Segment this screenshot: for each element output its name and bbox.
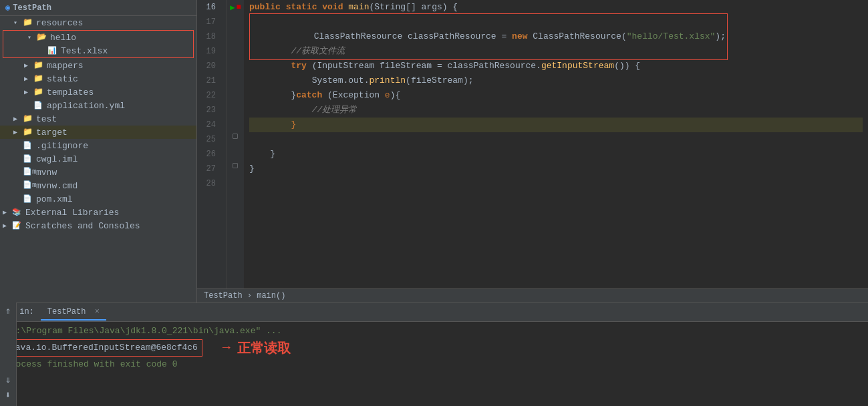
xlsx-icon	[47, 45, 58, 56]
tab-label: in:	[19, 307, 34, 317]
close-tab-icon[interactable]: ×	[95, 307, 100, 317]
tree-item-templates[interactable]: ▶ templates	[0, 85, 196, 99]
scroll-up-icon[interactable]: ⇑	[5, 305, 11, 317]
tree-item-test[interactable]: ▶ test	[0, 112, 196, 126]
console-line-1: "C:\Program Files\Java\jdk1.8.0_221\bin\…	[5, 325, 863, 338]
line-num: 26	[197, 147, 221, 162]
tree-label: mvnw	[36, 168, 57, 178]
expand-arrow: ▶	[3, 222, 12, 230]
expand-arrow: ▾	[13, 19, 23, 27]
line-num: 24	[197, 118, 221, 132]
folder-icon	[33, 73, 44, 84]
tab-label: TestPath	[47, 307, 86, 317]
project-header: ◉ TestPath	[0, 0, 196, 16]
tree-label: hello	[50, 33, 76, 43]
tree-item-mvnw[interactable]: m mvnw	[0, 166, 196, 179]
code-text[interactable]: public static void main(String[] args) {…	[244, 0, 868, 288]
line-num: 17	[197, 15, 221, 29]
editor-gutter[interactable]: ▶ ■	[227, 0, 244, 288]
stop-button[interactable]: ■	[237, 3, 241, 12]
scroll-down-icon[interactable]: ⇓	[5, 374, 11, 385]
code-line-25	[249, 132, 863, 147]
tab-in[interactable]: in:	[13, 304, 41, 321]
code-view[interactable]: 16 17 18 19 20 21 22 23 24 25 26 27 28 ▶…	[197, 0, 868, 288]
breadcrumb: TestPath › main()	[197, 288, 868, 302]
ext-icon	[12, 207, 23, 218]
expand-arrow: ▶	[13, 115, 23, 123]
tree-label: .gitignore	[36, 141, 88, 151]
line-num: 23	[197, 103, 221, 118]
project-icon: ◉	[5, 3, 10, 13]
line-num: 25	[197, 132, 221, 147]
tab-testpath[interactable]: TestPath ×	[41, 304, 106, 321]
tree-item-mappers[interactable]: ▶ mappers	[0, 59, 196, 72]
tree-item-application-yml[interactable]: application.yml	[0, 99, 196, 112]
line-num: 20	[197, 59, 221, 73]
tree-label: External Libraries	[25, 208, 119, 218]
expand-arrow: ▶	[24, 88, 33, 96]
line-num: 18	[197, 29, 221, 44]
folder-open-icon	[37, 32, 47, 43]
code-line-24: }	[249, 118, 863, 132]
line-num: 19	[197, 44, 221, 59]
mvnw-icon: m	[23, 167, 33, 178]
tree-item-static[interactable]: ▶ static	[0, 72, 196, 85]
line-num: 16	[197, 0, 221, 15]
tree-label: templates	[47, 87, 94, 97]
tree-label: resources	[36, 18, 83, 28]
code-line-20: try (InputStream fileStream = classPathR…	[249, 59, 863, 73]
console-path-text: "C:\Program Files\Java\jdk1.8.0_221\bin\…	[5, 326, 281, 336]
file-tree[interactable]: ◉ TestPath ▾ resources ▾ hello Test.xlsx	[0, 0, 197, 302]
target-folder-icon	[23, 127, 33, 138]
code-editor: 16 17 18 19 20 21 22 23 24 25 26 27 28 ▶…	[197, 0, 868, 302]
tree-item-test-xlsx[interactable]: Test.xlsx	[3, 44, 193, 57]
left-panel-icons: ⇑ ⇓ ⬇	[0, 302, 17, 406]
expand-arrow: ▾	[27, 33, 37, 41]
right-arrow-icon: →	[223, 341, 231, 355]
bottom-panel: ▶ in: TestPath × "C:\Program Files\Java\…	[0, 302, 868, 406]
tree-label: pom.xml	[36, 194, 73, 204]
folder-icon	[23, 114, 33, 124]
tree-label: application.yml	[47, 101, 125, 111]
export-icon[interactable]: ⬇	[5, 389, 11, 401]
folder-icon	[33, 87, 44, 97]
code-line-21: System.out.println(fileStream);	[249, 73, 863, 88]
tree-label: cwgl.iml	[36, 154, 78, 164]
code-line-18: ClassPathResource classPathResource = ne…	[249, 29, 863, 44]
success-annotation: → 正常读取	[216, 341, 291, 355]
line-num: 21	[197, 73, 221, 88]
tree-item-cwgl-iml[interactable]: cwgl.iml	[0, 152, 196, 166]
expand-arrow: ▶	[3, 208, 12, 216]
tree-item-external-libraries[interactable]: ▶ External Libraries	[0, 206, 196, 219]
code-line-26: }	[249, 147, 863, 162]
console-tabs[interactable]: ▶ in: TestPath ×	[0, 303, 868, 322]
tree-item-resources[interactable]: ▾ resources	[0, 16, 196, 29]
tree-item-scratches[interactable]: ▶ Scratches and Consoles	[0, 219, 196, 232]
breadcrumb-path: TestPath › main()	[204, 291, 285, 300]
tree-item-pom-xml[interactable]: pom.xml	[0, 192, 196, 206]
tree-label: test	[36, 114, 57, 124]
mvnw-cmd-icon: m	[23, 180, 33, 191]
tree-label: static	[47, 74, 78, 84]
tree-label: mappers	[47, 61, 84, 71]
line-num: 22	[197, 88, 221, 103]
expand-arrow: ▶	[13, 128, 23, 136]
scratch-icon	[12, 220, 23, 231]
process-exit-text: Process finished with exit code 0	[5, 359, 177, 369]
tree-label: mvnw.cmd	[36, 181, 78, 191]
tree-item-mvnw-cmd[interactable]: m mvnw.cmd	[0, 179, 196, 192]
code-line-16: public static void main(String[] args) {	[249, 0, 863, 15]
project-title: TestPath	[13, 3, 51, 13]
console-line-3: Process finished with exit code 0	[5, 358, 863, 371]
folder-icon	[33, 60, 44, 71]
annotation-text: 正常读取	[237, 341, 291, 355]
code-line-22: }catch (Exception e){	[249, 88, 863, 103]
run-button[interactable]: ▶	[230, 3, 235, 13]
code-line-23: //处理异常	[249, 103, 863, 118]
code-line-27: }	[249, 162, 863, 176]
tree-item-gitignore[interactable]: .gitignore	[0, 139, 196, 152]
tree-item-hello[interactable]: ▾ hello	[3, 31, 193, 44]
tree-item-target[interactable]: ▶ target	[0, 126, 196, 139]
console-output[interactable]: "C:\Program Files\Java\jdk1.8.0_221\bin\…	[0, 322, 868, 406]
tree-label: Scratches and Consoles	[25, 221, 140, 231]
